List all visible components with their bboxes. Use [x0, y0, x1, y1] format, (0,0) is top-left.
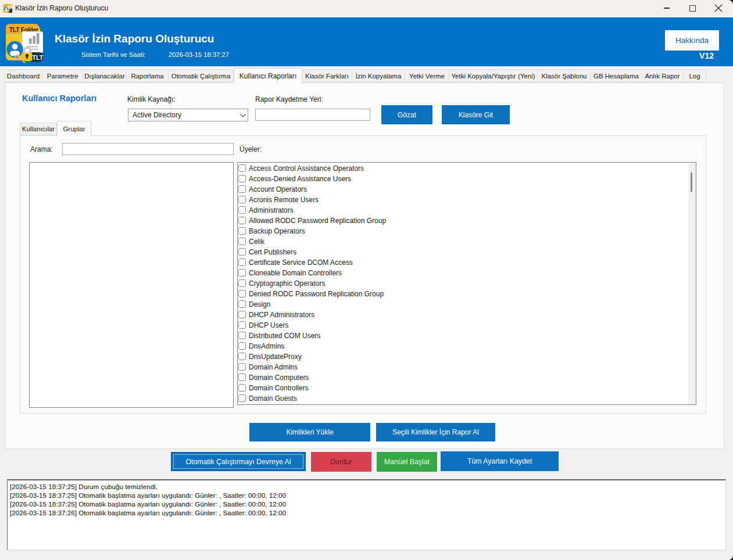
svg-text:TLT: TLT — [33, 54, 44, 61]
